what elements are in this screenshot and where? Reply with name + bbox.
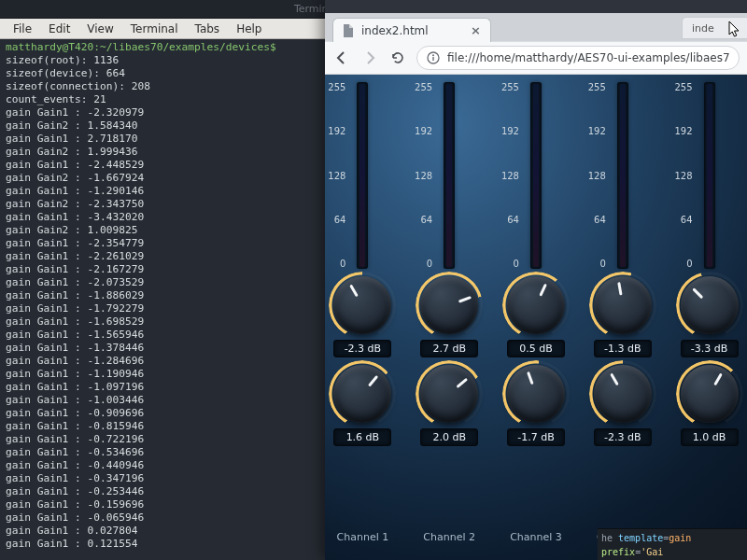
meter-scale: 255192128640	[495, 82, 519, 269]
level-meter: 255192128640	[408, 82, 491, 269]
meter-tick-label: 255	[669, 82, 693, 92]
gain-readout-bottom: -1.7 dB	[507, 428, 565, 446]
gain-knob-bottom[interactable]	[594, 365, 652, 423]
meter-bar	[444, 82, 455, 269]
channel-strip: 255192128640-2.3 dB1.6 dBChannel 1	[325, 82, 406, 543]
meter-tick-label: 128	[325, 171, 345, 181]
menu-help[interactable]: Help	[229, 21, 269, 37]
meter-tick-label: 128	[669, 171, 693, 181]
browser-tab-title: index2.html	[361, 24, 429, 37]
gain-knob-bottom[interactable]	[507, 365, 565, 423]
meter-scale: 255192128640	[582, 82, 606, 269]
arrow-right-icon	[362, 50, 377, 65]
meter-tick-label: 128	[582, 171, 606, 181]
meter-tick-label: 0	[669, 259, 693, 269]
meter-tick-label: 128	[495, 171, 519, 181]
terminal-prompt: matthardy@T420:~/libaes70/examples/devic…	[6, 41, 276, 53]
meter-scale: 255192128640	[408, 82, 432, 269]
meter-scale: 255192128640	[325, 82, 345, 269]
gain-readout-top: -3.3 dB	[681, 340, 739, 357]
meter-tick-label: 0	[408, 259, 432, 269]
knob-arc-icon	[502, 272, 570, 339]
forward-button[interactable]	[360, 49, 379, 67]
knob-arc-icon	[416, 360, 483, 427]
meter-tick-label: 0	[325, 259, 345, 269]
knob-arc-icon	[676, 272, 743, 339]
meter-tick-label: 64	[669, 215, 693, 225]
gain-knob-top[interactable]	[333, 276, 391, 334]
meter-bar	[704, 82, 715, 269]
browser-titlebar	[325, 0, 747, 13]
meter-tick-label: 0	[582, 259, 606, 269]
mouse-cursor-icon	[728, 21, 741, 39]
knob-arc-icon	[589, 272, 656, 339]
meter-bar	[357, 82, 368, 269]
menu-view[interactable]: View	[79, 21, 120, 37]
gain-knob-top[interactable]	[420, 276, 478, 334]
meter-tick-label: 0	[495, 259, 519, 269]
svg-rect-2	[432, 57, 433, 61]
gain-readout-bottom: 1.6 dB	[333, 428, 391, 446]
meter-tick-label: 64	[325, 215, 345, 225]
meter-tick-label: 255	[582, 82, 606, 92]
channel-strip: 2551921286400.5 dB-1.7 dBChannel 3	[493, 82, 580, 543]
gain-knob-bottom[interactable]	[681, 365, 739, 423]
reload-button[interactable]	[388, 49, 407, 67]
gain-knob-bottom[interactable]	[333, 365, 391, 423]
browser-tabstrip[interactable]: index2.html × inde	[325, 13, 747, 41]
level-meter: 255192128640	[495, 82, 578, 269]
browser-toolbar: file:///home/matthardy/AES70-ui-examples…	[325, 41, 747, 75]
meter-scale: 255192128640	[669, 82, 693, 269]
channel-strip: 2551921286402.7 dB2.0 dBChannel 2	[406, 82, 493, 543]
site-info-icon[interactable]	[427, 51, 440, 64]
meter-tick-label: 192	[495, 126, 519, 136]
knob-arc-icon	[502, 360, 570, 427]
meter-tick-label: 255	[495, 82, 519, 92]
menu-edit[interactable]: Edit	[41, 21, 78, 37]
meter-tick-label: 192	[582, 126, 606, 136]
knob-arc-icon	[676, 360, 743, 427]
knob-arc-icon	[589, 360, 656, 427]
knob-arc-icon	[329, 272, 396, 339]
document-icon	[343, 24, 354, 37]
channel-strip: 255192128640-3.3 dB1.0 dBChannel 4	[666, 82, 747, 543]
meter-tick-label: 192	[408, 126, 432, 136]
channel-strip: 255192128640-1.3 dB-2.3 dBChannel 4	[579, 82, 666, 543]
menu-tabs[interactable]: Tabs	[188, 21, 228, 37]
gain-readout-bottom: 1.0 dB	[681, 428, 739, 446]
code-editor-fragment: he template=gain prefix='Gai nnel 5</spa…	[598, 528, 747, 560]
gain-knob-top[interactable]	[681, 276, 739, 334]
meter-tick-label: 192	[669, 126, 693, 136]
gain-knob-top[interactable]	[594, 276, 652, 334]
gain-readout-top: 2.7 dB	[420, 340, 478, 357]
knob-arc-icon	[329, 360, 396, 427]
level-meter: 255192128640	[581, 82, 664, 269]
channel-strip-container: 255192128640-2.3 dB1.6 dBChannel 1255192…	[325, 82, 747, 543]
address-bar[interactable]: file:///home/matthardy/AES70-ui-examples…	[416, 46, 740, 70]
gain-knob-bottom[interactable]	[420, 365, 478, 423]
meter-tick-label: 64	[495, 215, 519, 225]
knob-arc-icon	[416, 272, 483, 339]
gain-readout-top: -2.3 dB	[333, 340, 391, 357]
gain-readout-bottom: -2.3 dB	[594, 428, 652, 446]
address-text: file:///home/matthardy/AES70-ui-examples…	[447, 51, 730, 64]
meter-tick-label: 64	[582, 215, 606, 225]
channel-label: Channel 1	[337, 524, 389, 543]
menu-terminal[interactable]: Terminal	[123, 21, 186, 37]
gain-readout-top: -1.3 dB	[594, 340, 652, 357]
gain-readout-bottom: 2.0 dB	[420, 428, 478, 446]
meter-tick-label: 64	[408, 215, 432, 225]
tab-close-icon[interactable]: ×	[471, 23, 481, 37]
back-button[interactable]	[332, 49, 351, 67]
browser-tab-active[interactable]: index2.html ×	[332, 18, 491, 42]
meter-tick-label: 255	[325, 82, 345, 92]
meter-bar	[530, 82, 542, 269]
channel-label: Channel 2	[423, 524, 475, 543]
gain-knob-top[interactable]	[507, 276, 565, 334]
browser-window: index2.html × inde file:///home/matthard…	[325, 0, 747, 560]
reload-icon	[390, 50, 405, 65]
svg-point-1	[432, 54, 434, 56]
app-viewport: 255192128640-2.3 dB1.6 dBChannel 1255192…	[325, 75, 747, 560]
menu-file[interactable]: File	[6, 21, 39, 37]
meter-tick-label: 255	[408, 82, 432, 92]
